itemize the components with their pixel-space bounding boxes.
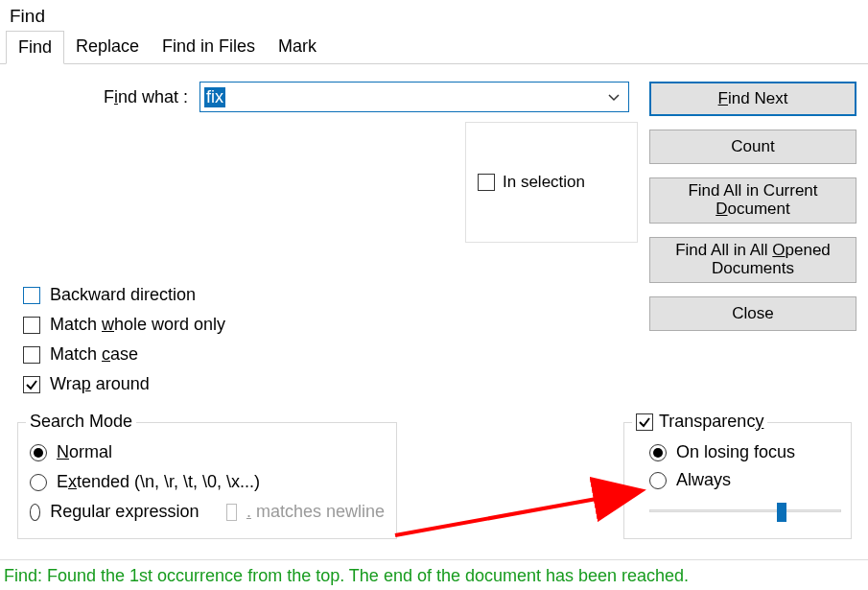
- find-what-input[interactable]: fix: [199, 82, 629, 112]
- find-what-value: fix: [204, 87, 225, 107]
- in-selection-group: In selection: [465, 122, 638, 243]
- transparency-on-losing-focus-radio[interactable]: On losing focus: [649, 442, 839, 462]
- search-mode-regex-radio[interactable]: Regular expression . matches newline: [30, 502, 385, 522]
- transparency-always-radio[interactable]: Always: [649, 470, 839, 490]
- status-bar: Find: Found the 1st occurrence from the …: [0, 559, 868, 590]
- backward-direction-label: Backward direction: [50, 285, 196, 305]
- find-next-button[interactable]: Find Next: [649, 82, 856, 116]
- match-whole-word-label: Match whole word only: [50, 315, 225, 335]
- tab-replace[interactable]: Replace: [64, 31, 151, 63]
- tab-mark[interactable]: Mark: [267, 31, 328, 63]
- tab-find-in-files[interactable]: Find in Files: [151, 31, 267, 63]
- find-what-label: Find what :: [12, 87, 194, 107]
- search-mode-normal-radio[interactable]: Normal: [30, 442, 385, 462]
- window-title: Find: [0, 0, 868, 31]
- svg-line-1: [395, 491, 639, 535]
- matches-newline-checkbox: [226, 504, 237, 521]
- matches-newline-label: . matches newline: [246, 502, 385, 522]
- search-mode-extended-radio[interactable]: Extended (\n, \r, \t, \0, \x...): [30, 472, 385, 492]
- match-case-checkbox[interactable]: Match case: [23, 344, 856, 365]
- close-button[interactable]: Close: [649, 296, 856, 331]
- transparency-slider[interactable]: [649, 504, 841, 519]
- chevron-down-icon[interactable]: [607, 90, 621, 109]
- find-all-current-button[interactable]: Find All in Current Document: [649, 177, 856, 224]
- tabs: Find Replace Find in Files Mark: [0, 31, 868, 64]
- count-button[interactable]: Count: [649, 130, 856, 164]
- tab-find[interactable]: Find: [6, 31, 64, 64]
- transparency-group: Transparency On losing focus Always: [623, 422, 852, 539]
- wrap-around-checkbox[interactable]: Wrap around: [23, 374, 856, 394]
- wrap-around-label: Wrap around: [50, 374, 150, 394]
- search-mode-group: Search Mode Normal Extended (\n, \r, \t,…: [17, 422, 397, 539]
- search-mode-legend: Search Mode: [26, 412, 136, 432]
- transparency-legend[interactable]: Transparency: [632, 412, 767, 432]
- in-selection-checkbox[interactable]: In selection: [478, 173, 585, 192]
- match-case-label: Match case: [50, 344, 138, 365]
- find-all-opened-button[interactable]: Find All in All Opened Documents: [649, 237, 856, 283]
- in-selection-label: In selection: [503, 173, 585, 192]
